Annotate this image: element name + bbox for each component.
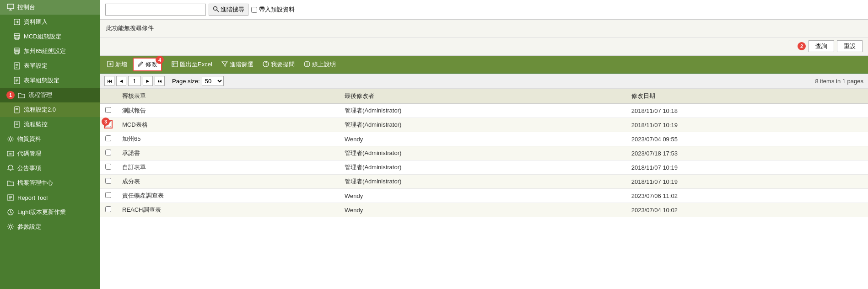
sidebar-item-light-update[interactable]: Light版本更新作業	[0, 205, 100, 219]
cell-form-name: 測試報告	[117, 104, 339, 118]
data-table: 審核表單 最後修改者 修改日期 測試報告管理者(Administrator)20…	[100, 89, 868, 217]
search-input[interactable]	[105, 4, 206, 16]
edit-icon	[137, 61, 144, 69]
gear2-icon	[6, 223, 15, 231]
query-row: 2 查詢 重設	[100, 37, 868, 55]
sidebar-label-control-panel: 控制台	[17, 3, 35, 11]
svg-line-38	[217, 10, 219, 12]
search-bar: 進階搜尋 帶入預設資料	[100, 0, 868, 20]
online-help-button[interactable]: i 線上說明	[300, 59, 340, 70]
with-default-checkbox[interactable]	[251, 7, 257, 13]
svg-text:i: i	[307, 62, 307, 67]
page-size-label: Page size:	[172, 78, 200, 85]
export-excel-button[interactable]: 匯出至Excel	[168, 59, 216, 70]
sidebar-item-process-setting[interactable]: 流程設定2.0	[0, 102, 100, 117]
sidebar-label-data-import: 資料匯入	[24, 18, 48, 26]
sidebar-label-process-setting: 流程設定2.0	[24, 106, 56, 114]
page-first-button[interactable]: ⏮	[104, 76, 114, 86]
gear-icon	[6, 135, 15, 143]
sidebar-label-form-setting: 表單設定	[24, 62, 48, 70]
row-checkbox-5[interactable]	[105, 164, 111, 170]
help-icon: ?	[263, 61, 269, 69]
sidebar-item-code-manage[interactable]: 代碼管理	[0, 146, 100, 161]
row-checkbox-6[interactable]	[105, 178, 111, 184]
sidebar-item-form-group-setting[interactable]: 表單組態設定	[0, 73, 100, 88]
table-container: 審核表單 最後修改者 修改日期 測試報告管理者(Administrator)20…	[100, 89, 868, 289]
svg-point-36	[9, 225, 12, 228]
page-prev-button[interactable]: ◄	[116, 76, 126, 86]
table-row: REACH調查表Wendy2023/07/04 10:02	[100, 203, 868, 217]
svg-rect-42	[172, 61, 178, 67]
cell-modifier: 管理者(Administrator)	[339, 161, 626, 175]
sidebar-item-ca65-config[interactable]: 加州65組態設定	[0, 44, 100, 59]
toolbar: 新增 修改 4 匯出至Excel 進階篩選 ? 我要提問	[100, 56, 868, 74]
svg-point-37	[214, 6, 217, 10]
sidebar-label-form-group-setting: 表單組態設定	[24, 76, 59, 85]
sidebar-item-param-setting[interactable]: 參數設定	[0, 219, 100, 234]
col-modifier: 最後修改者	[339, 89, 626, 104]
sidebar-item-process-manage[interactable]: 1 流程管理	[0, 88, 100, 102]
page-last-button[interactable]: ⏭	[155, 76, 165, 86]
sidebar-label-material-data: 物質資料	[17, 135, 41, 143]
sidebar-item-announce[interactable]: 公告事項	[0, 161, 100, 176]
sidebar-item-file-manage[interactable]: 檔案管理中心	[0, 176, 100, 190]
sidebar-item-report-tool[interactable]: Report Tool	[0, 190, 100, 205]
table-row: 測試報告管理者(Administrator)2018/11/07 10:18	[100, 104, 868, 118]
sidebar: 控制台 資料匯入 MCD組態設定 加州65組態設定 表單設定 表單組態設定	[0, 0, 100, 289]
table-row: 成分表管理者(Administrator)2018/11/07 10:19	[100, 175, 868, 189]
cell-form-name: 責任礦產調查表	[117, 189, 339, 203]
page-size-select[interactable]: 10 20 50 100	[202, 76, 224, 86]
table-row: 加州65Wendy2023/07/04 09:55	[100, 132, 868, 146]
new-button[interactable]: 新增	[103, 59, 131, 70]
filter-button[interactable]: 進階篩選	[218, 59, 257, 70]
sidebar-item-mcd-config[interactable]: MCD組態設定	[0, 29, 100, 44]
table-row: 3MCD表格管理者(Administrator)2018/11/07 10:19	[100, 118, 868, 132]
cell-form-name: REACH調查表	[117, 203, 339, 217]
help-button[interactable]: ? 我要提問	[259, 59, 298, 70]
filter-icon	[221, 61, 228, 69]
page-current-input[interactable]	[128, 76, 141, 86]
report-icon	[6, 193, 15, 202]
table-header-row: 審核表單 最後修改者 修改日期	[100, 89, 868, 104]
cell-date: 2023/07/18 17:53	[626, 146, 868, 161]
sidebar-item-data-import[interactable]: 資料匯入	[0, 15, 100, 29]
sidebar-item-material-data[interactable]: 物質資料	[0, 132, 100, 146]
sidebar-label-report-tool: Report Tool	[17, 194, 48, 201]
folder-icon	[17, 91, 26, 99]
code-icon	[6, 150, 15, 158]
sidebar-label-announce: 公告事項	[17, 164, 41, 172]
row-checkbox-8[interactable]	[105, 206, 111, 212]
reset-button[interactable]: 重設	[837, 40, 863, 52]
sidebar-item-form-setting[interactable]: 表單設定	[0, 59, 100, 73]
row-checkbox-1[interactable]	[105, 107, 111, 113]
sidebar-label-param-setting: 參數設定	[17, 223, 41, 231]
row-checkbox-7[interactable]	[105, 192, 111, 198]
advanced-search-label: 進階搜尋	[221, 5, 244, 14]
sidebar-item-control-panel[interactable]: 控制台	[0, 0, 100, 15]
with-default-checkbox-label: 帶入預設資料	[251, 5, 295, 14]
col-date: 修改日期	[626, 89, 868, 104]
cell-date: 2023/07/06 11:02	[626, 189, 868, 203]
cell-date: 2018/11/07 10:18	[626, 104, 868, 118]
folder2-icon	[6, 179, 15, 187]
svg-rect-0	[7, 4, 14, 9]
form-icon	[13, 62, 21, 70]
page-next-button[interactable]: ►	[143, 76, 153, 86]
advanced-search-button[interactable]: 進階搜尋	[209, 4, 248, 16]
row-checkbox-4[interactable]	[105, 150, 111, 155]
col-checkbox	[100, 89, 117, 104]
cell-form-name: 成分表	[117, 175, 339, 189]
sidebar-label-ca65-config: 加州65組態設定	[24, 47, 66, 55]
cell-modifier: 管理者(Administrator)	[339, 146, 626, 161]
cell-form-name: 承諾書	[117, 146, 339, 161]
query-button[interactable]: 查詢	[809, 40, 834, 52]
svg-point-25	[9, 138, 12, 140]
excel-icon	[172, 61, 178, 69]
edit-button[interactable]: 修改 4	[133, 58, 162, 71]
cell-form-name: 加州65	[117, 132, 339, 146]
sidebar-item-process-monitor[interactable]: 流程監控	[0, 117, 100, 132]
row-checkbox-3[interactable]	[105, 135, 111, 141]
table-row: 承諾書管理者(Administrator)2023/07/18 17:53	[100, 146, 868, 161]
cell-modifier: Wendy	[339, 189, 626, 203]
table-row: 自訂表單管理者(Administrator)2018/11/07 10:19	[100, 161, 868, 175]
